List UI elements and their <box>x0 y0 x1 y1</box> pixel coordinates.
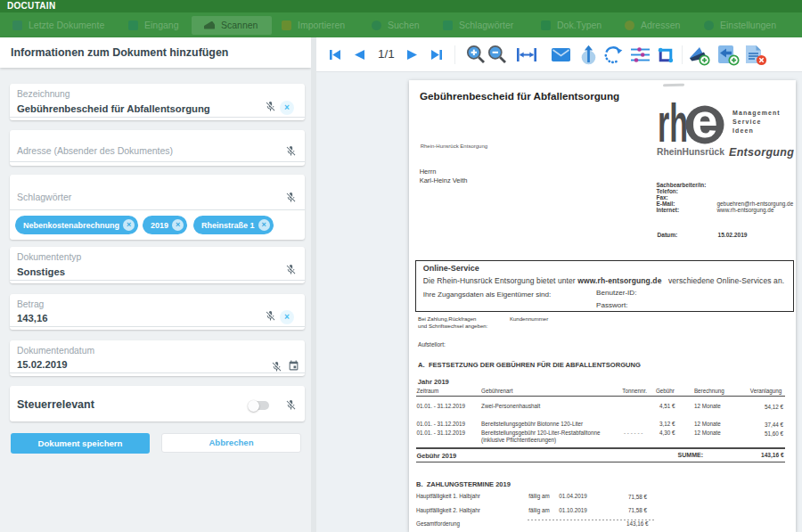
svg-text:Service: Service <box>732 119 762 125</box>
svg-text:rh: rh <box>658 94 688 153</box>
svg-text:Management: Management <box>732 110 781 117</box>
svg-text:Ideen: Ideen <box>732 127 754 134</box>
svg-text:RheinHunsrück: RheinHunsrück <box>657 146 724 157</box>
svg-text:Entsorgung: Entsorgung <box>729 146 794 159</box>
svg-text:e: e <box>692 94 717 147</box>
